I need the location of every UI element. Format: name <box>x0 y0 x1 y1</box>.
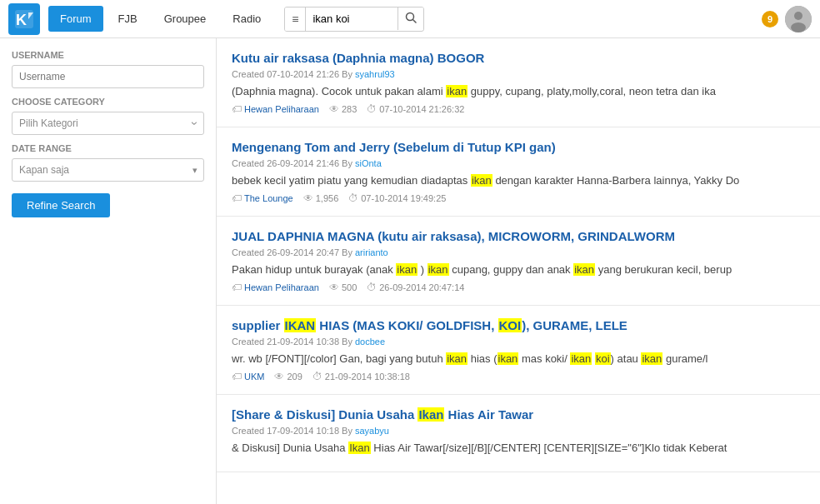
result-snippet: bebek kecil yatim piatu yang kemudian di… <box>232 172 805 189</box>
result-item: JUAL DAPHNIA MAGNA (kutu air raksasa), M… <box>217 217 820 306</box>
result-date: 07-10-2014 21:26:32 <box>379 104 464 114</box>
result-snippet: & Diskusi] Dunia Usaha Ikan Hias Air Taw… <box>232 440 805 457</box>
result-item: [Share & Diskusi] Dunia Usaha Ikan Hias … <box>217 395 820 472</box>
result-author[interactable]: syahrul93 <box>355 69 395 79</box>
search-button[interactable] <box>398 7 423 30</box>
result-tags: 🏷 Hewan Peliharaan 👁 283 ⏱ 07-10-2014 21… <box>232 103 805 115</box>
nav-groupee[interactable]: Groupee <box>152 6 218 32</box>
list-icon: ≡ <box>285 7 306 31</box>
eye-icon: 👁 <box>274 371 284 382</box>
svg-text:K: K <box>16 12 27 28</box>
result-meta: Created 21-09-2014 10:38 By docbee <box>232 337 805 347</box>
result-item: supplier IKAN HIAS (MAS KOKI/ GOLDFISH, … <box>217 306 820 395</box>
eye-icon: 👁 <box>329 282 339 293</box>
result-date: 26-09-2014 20:47:14 <box>379 282 464 292</box>
result-tags: 🏷 Hewan Peliharaan 👁 500 ⏱ 26-09-2014 20… <box>232 282 805 293</box>
nav-forum[interactable]: Forum <box>48 6 103 32</box>
eye-icon: 👁 <box>329 103 339 115</box>
result-item: Mengenang Tom and Jerry (Sebelum di Tutu… <box>217 127 820 217</box>
clock-icon: ⏱ <box>348 192 358 204</box>
date-item: ⏱ 21-09-2014 10:38:18 <box>312 371 410 382</box>
views-item: 👁 283 <box>329 103 357 115</box>
clock-icon: ⏱ <box>367 103 377 115</box>
views-item: 👁 1,956 <box>303 192 339 204</box>
svg-point-6 <box>794 12 802 20</box>
result-title: JUAL DAPHNIA MAGNA (kutu air raksasa), M… <box>232 228 805 245</box>
category-select[interactable]: Pilih Kategori <box>12 112 204 135</box>
highlight-ikan: ikan <box>446 352 468 365</box>
result-title-link[interactable]: [Share & Diskusi] Dunia Usaha Ikan Hias … <box>232 407 533 422</box>
date-item: ⏱ 07-10-2014 19:49:25 <box>348 192 446 204</box>
result-author[interactable]: sayabyu <box>355 426 389 436</box>
views-count: 500 <box>342 282 357 292</box>
tag-link[interactable]: Hewan Peliharaan <box>244 104 319 114</box>
highlight-ikan: ikan <box>446 85 468 97</box>
result-author[interactable]: aririanto <box>355 247 388 257</box>
result-title-link[interactable]: Kutu air raksasa (Daphnia magna) BOGOR <box>232 51 484 65</box>
svg-line-4 <box>413 20 417 23</box>
category-select-wrap: Pilih Kategori <box>12 112 204 135</box>
username-label: USERNAME <box>12 50 204 60</box>
highlight-ikan: ikan <box>471 174 492 187</box>
tag-item: 🏷 Hewan Peliharaan <box>232 282 319 293</box>
result-title: supplier IKAN HIAS (MAS KOKI/ GOLDFISH, … <box>232 317 805 334</box>
date-item: ⏱ 26-09-2014 20:47:14 <box>367 282 464 293</box>
tag-link[interactable]: UKM <box>244 372 264 382</box>
result-title-link[interactable]: supplier IKAN HIAS (MAS KOKI/ GOLDFISH, … <box>232 318 628 332</box>
nav-radio[interactable]: Radio <box>221 6 272 32</box>
result-title: [Share & Diskusi] Dunia Usaha Ikan Hias … <box>232 407 805 423</box>
views-count: 1,956 <box>316 193 339 203</box>
views-count: 283 <box>342 104 357 114</box>
tag-link[interactable]: Hewan Peliharaan <box>244 282 319 292</box>
result-meta: Created 17-09-2014 10:18 By sayabyu <box>232 426 805 436</box>
tag-icon: 🏷 <box>232 192 242 204</box>
nav-fjb[interactable]: FJB <box>107 6 149 32</box>
results-list: Kutu air raksasa (Daphnia magna) BOGOR C… <box>217 38 820 504</box>
tag-item: 🏷 The Lounge <box>232 192 293 204</box>
sidebar: USERNAME CHOOSE CATEGORY Pilih Kategori … <box>0 38 217 504</box>
highlight-ikan: ikan <box>498 352 519 365</box>
highlight-ikan: ikan <box>428 263 449 276</box>
clock-icon: ⏱ <box>312 371 322 382</box>
tag-icon: 🏷 <box>232 103 242 115</box>
logo[interactable]: K <box>8 3 40 35</box>
clock-icon: ⏱ <box>367 282 377 293</box>
highlight-ikan: ikan <box>573 263 595 276</box>
search-area: ≡ <box>284 7 424 32</box>
category-label: CHOOSE CATEGORY <box>12 97 204 107</box>
search-input[interactable] <box>306 8 398 29</box>
result-title-link[interactable]: Mengenang Tom and Jerry (Sebelum di Tutu… <box>232 140 556 154</box>
result-snippet: Pakan hidup untuk burayak (anak ikan ) i… <box>232 262 805 278</box>
tag-item: 🏷 UKM <box>232 371 264 382</box>
result-item: Kutu air raksasa (Daphnia magna) BOGOR C… <box>217 38 820 127</box>
result-meta: Created 07-10-2014 21:26 By syahrul93 <box>232 69 805 79</box>
result-snippet: wr. wb [/FONT][/color] Gan, bagi yang bu… <box>232 351 805 367</box>
eye-icon: 👁 <box>303 192 313 204</box>
result-date: 07-10-2014 19:49:25 <box>361 193 446 203</box>
result-title-link[interactable]: JUAL DAPHNIA MAGNA (kutu air raksasa), M… <box>232 229 675 243</box>
tag-icon: 🏷 <box>232 371 242 382</box>
highlight-ikan: ikan <box>641 352 662 365</box>
header: K Forum FJB Groupee Radio ≡ 9 <box>0 0 820 38</box>
date-item: ⏱ 07-10-2014 21:26:32 <box>367 103 464 115</box>
header-right: 9 <box>762 6 812 32</box>
refine-search-button[interactable]: Refine Search <box>12 193 110 217</box>
views-item: 👁 500 <box>329 282 357 293</box>
result-author[interactable]: docbee <box>355 337 385 347</box>
highlight-ikan: Ikan <box>348 442 371 454</box>
result-title: Mengenang Tom and Jerry (Sebelum di Tutu… <box>232 139 805 156</box>
result-date: 21-09-2014 10:38:18 <box>325 372 410 382</box>
result-author[interactable]: siOnta <box>355 158 382 168</box>
tag-item: 🏷 Hewan Peliharaan <box>232 103 319 115</box>
views-item: 👁 209 <box>274 371 302 382</box>
avatar[interactable] <box>785 6 812 32</box>
highlight-ikan: ikan <box>396 263 418 276</box>
date-select[interactable]: Kapan saja <box>12 158 204 182</box>
notification-badge[interactable]: 9 <box>762 11 778 27</box>
username-input[interactable] <box>12 65 204 88</box>
highlight-ikan: Ikan <box>418 407 444 422</box>
result-title: Kutu air raksasa (Daphnia magna) BOGOR <box>232 50 805 67</box>
main-layout: USERNAME CHOOSE CATEGORY Pilih Kategori … <box>0 38 820 504</box>
tag-link[interactable]: The Lounge <box>244 193 293 203</box>
date-select-wrap: Kapan saja <box>12 158 204 182</box>
